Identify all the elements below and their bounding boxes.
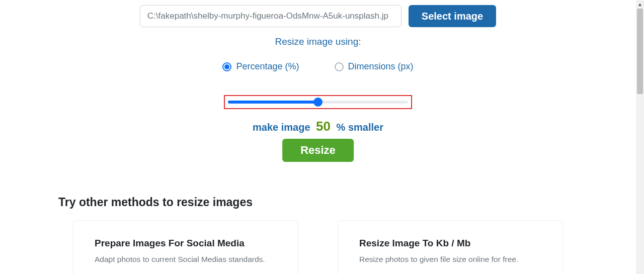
scrollbar-thumb[interactable] <box>637 9 643 94</box>
scroll-up-arrow-icon[interactable]: ▲ <box>636 0 644 8</box>
card-desc: Adapt photos to current Social Medias st… <box>95 254 277 265</box>
radio-percentage[interactable]: Percentage (%) <box>222 61 299 72</box>
radio-percentage-label: Percentage (%) <box>236 61 299 72</box>
radio-dimensions[interactable]: Dimensions (px) <box>335 61 414 72</box>
card-title: Prepare Images For Social Media <box>95 238 277 249</box>
slider-thumb[interactable] <box>313 98 323 107</box>
other-methods-heading: Try other methods to resize images <box>58 196 253 209</box>
file-path-input[interactable] <box>140 5 401 27</box>
resize-summary: make image 50 % smaller <box>0 119 636 134</box>
card-social-media[interactable]: Prepare Images For Social Media Adapt ph… <box>73 220 298 274</box>
resize-percentage-slider[interactable] <box>224 95 412 109</box>
select-image-button[interactable]: Select image <box>409 5 496 27</box>
radio-unchecked-icon <box>335 62 344 71</box>
card-resize-kb-mb[interactable]: Resize Image To Kb / Mb Resize photos to… <box>338 220 563 274</box>
resize-button[interactable]: Resize <box>282 139 354 162</box>
radio-dimensions-label: Dimensions (px) <box>348 61 414 72</box>
radio-checked-icon <box>222 62 231 71</box>
resize-summary-value: 50 <box>313 119 334 134</box>
resize-using-heading: Resize image using: <box>0 36 636 47</box>
resize-summary-prefix: make image <box>253 122 310 133</box>
card-title: Resize Image To Kb / Mb <box>359 238 541 249</box>
resize-summary-suffix: % smaller <box>337 122 383 133</box>
vertical-scrollbar[interactable]: ▲ <box>636 0 644 274</box>
card-desc: Resize photos to given file size online … <box>359 254 541 265</box>
